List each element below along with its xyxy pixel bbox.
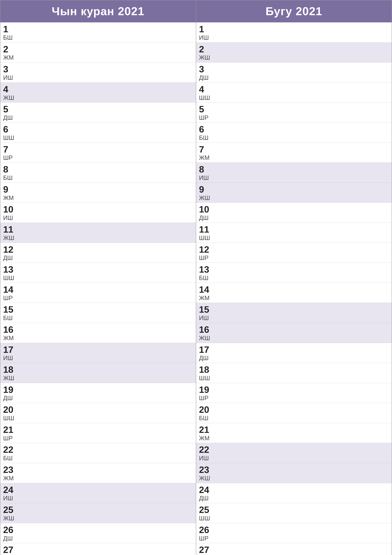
left-day-row: 12ДШ <box>0 243 196 263</box>
left-day-row: 3ИШ <box>0 63 196 83</box>
day-label: ДШ <box>3 255 193 261</box>
left-day-row: 19ДШ <box>0 383 196 403</box>
right-day-row: 22ИШ <box>196 443 392 463</box>
right-days: 1ИШ2ЖШ3ДШ4ШШ5ШР6БШ7ЖМ8ИШ9ЖШ10ДШ11ШШ12ШР1… <box>196 22 392 555</box>
day-label: ДШ <box>199 74 389 81</box>
day-label: ДШ <box>199 215 389 221</box>
day-number: 17 <box>3 345 193 355</box>
day-number: 4 <box>3 84 193 94</box>
day-label: ШР <box>3 295 193 301</box>
left-day-row: 22БШ <box>0 443 196 463</box>
day-number: 9 <box>3 184 193 194</box>
day-number: 7 <box>199 144 389 154</box>
day-number: 3 <box>199 64 389 74</box>
day-label: ИШ <box>3 74 193 81</box>
left-day-row: 4ЖШ <box>0 83 196 103</box>
left-day-row: 9ЖМ <box>0 183 196 203</box>
right-day-row: 15ИШ <box>196 303 392 323</box>
right-day-row: 10ДШ <box>196 203 392 223</box>
day-label: ШР <box>3 154 193 161</box>
day-label: ШШ <box>199 95 389 101</box>
right-day-row: 5ШР <box>196 102 392 123</box>
right-day-row: 18ШШ <box>196 363 392 383</box>
right-day-row: 14ЖМ <box>196 283 392 303</box>
day-label: ЖМ <box>199 154 389 161</box>
day-number: 14 <box>199 285 389 295</box>
day-number: 4 <box>199 84 389 94</box>
right-day-row: 4ШШ <box>196 83 392 103</box>
day-number: 11 <box>3 224 193 234</box>
right-day-row: 20БШ <box>196 403 392 423</box>
day-label: ЖМ <box>3 54 193 61</box>
day-label: ЖМ <box>3 195 193 201</box>
day-number: 24 <box>199 485 389 495</box>
day-label: ШР <box>199 255 389 261</box>
right-day-row: 1ИШ <box>196 22 392 43</box>
left-day-row: 8БШ <box>0 163 196 183</box>
day-label: ШШ <box>3 135 193 141</box>
day-number: 17 <box>199 345 389 355</box>
left-day-row: 24ИШ <box>0 483 196 503</box>
day-number: 26 <box>3 525 193 535</box>
day-label: ДШ <box>3 115 193 121</box>
right-column: Бугу 2021 1ИШ2ЖШ3ДШ4ШШ5ШР6БШ7ЖМ8ИШ9ЖШ10Д… <box>196 0 392 555</box>
day-label: БШ <box>199 275 389 281</box>
day-label: ЖШ <box>199 54 389 61</box>
day-label: ШШ <box>3 275 193 281</box>
left-header: Чын куран 2021 <box>0 0 196 22</box>
day-number: 20 <box>3 405 193 415</box>
day-label: ЖМ <box>199 435 389 442</box>
day-label: ИШ <box>199 175 389 181</box>
day-number: 25 <box>199 505 389 515</box>
right-day-row: 24ДШ <box>196 483 392 503</box>
right-day-row: 17ДШ <box>196 343 392 363</box>
day-number: 18 <box>3 365 193 375</box>
left-day-row: 1БШ <box>0 22 196 43</box>
right-day-row: 2ЖШ <box>196 43 392 63</box>
day-number: 5 <box>199 104 389 114</box>
day-label: ШР <box>199 395 389 402</box>
day-label: ШШ <box>3 415 193 422</box>
right-day-row: 6БШ <box>196 123 392 143</box>
day-label: ДШ <box>199 355 389 362</box>
day-number: 11 <box>199 224 389 234</box>
day-number: 27 <box>3 545 193 555</box>
day-label: ЖМ <box>199 295 389 301</box>
day-number: 3 <box>3 64 193 74</box>
right-day-row: 13БШ <box>196 263 392 283</box>
day-number: 2 <box>3 44 193 54</box>
right-day-row: 19ШР <box>196 383 392 403</box>
day-number: 1 <box>199 24 389 34</box>
left-day-row: 18ЖШ <box>0 363 196 383</box>
day-label: ШР <box>3 435 193 442</box>
day-number: 6 <box>199 124 389 134</box>
day-number: 23 <box>199 465 389 475</box>
day-number: 10 <box>3 204 193 214</box>
right-day-row: 21ЖМ <box>196 423 392 443</box>
day-label: ДШ <box>3 535 193 542</box>
day-label: ИШ <box>199 315 389 321</box>
day-label: ИШ <box>3 495 193 502</box>
day-number: 18 <box>199 365 389 375</box>
left-day-row: 13ШШ <box>0 263 196 283</box>
day-number: 8 <box>3 164 193 174</box>
left-day-row: 20ШШ <box>0 403 196 423</box>
day-number: 13 <box>3 264 193 275</box>
day-number: 24 <box>3 485 193 495</box>
day-label: БШ <box>3 455 193 462</box>
left-day-row: 25ЖШ <box>0 503 196 523</box>
day-label: ИШ <box>199 455 389 462</box>
day-label: ЖШ <box>3 95 193 101</box>
day-number: 14 <box>3 285 193 295</box>
day-label: ШШ <box>199 375 389 382</box>
right-day-row: 25ШШ <box>196 503 392 523</box>
left-day-row: 11ЖШ <box>0 223 196 243</box>
day-label: ШШ <box>199 515 389 522</box>
day-label: ИШ <box>3 355 193 362</box>
day-number: 16 <box>3 324 193 335</box>
right-day-row: 8ИШ <box>196 163 392 183</box>
left-day-row: 27ШШ <box>0 543 196 555</box>
left-day-row: 7ШР <box>0 143 196 163</box>
day-number: 13 <box>199 264 389 275</box>
day-number: 21 <box>199 425 389 435</box>
